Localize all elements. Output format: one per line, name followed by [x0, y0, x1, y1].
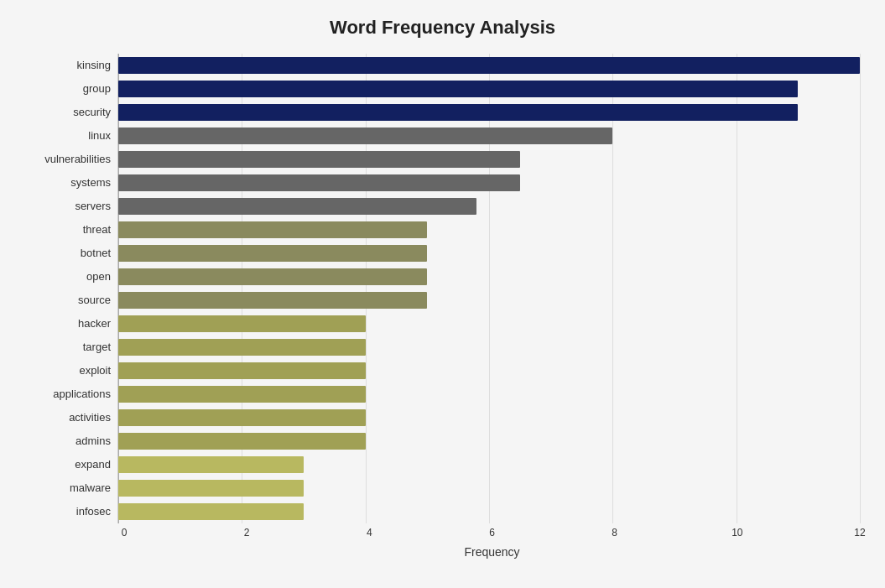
- bar: [118, 268, 427, 285]
- bar: [118, 81, 798, 97]
- bar: [118, 127, 612, 144]
- x-tick: 4: [367, 527, 372, 539]
- bar: [118, 151, 520, 168]
- y-label: security: [73, 101, 111, 124]
- x-tick: 12: [854, 527, 865, 539]
- bar-row: [118, 336, 860, 359]
- chart-area: kinsinggroupsecuritylinuxvulnerabilities…: [25, 54, 860, 524]
- y-label: hacker: [78, 312, 111, 336]
- y-label: botnet: [81, 242, 111, 265]
- y-label: infosec: [76, 500, 111, 523]
- y-label: group: [83, 77, 111, 101]
- bar-row: [118, 453, 860, 476]
- bar: [118, 433, 366, 450]
- chart-title: Word Frequency Analysis: [25, 17, 860, 39]
- bar-row: [118, 429, 860, 453]
- bar-row: [118, 265, 860, 289]
- bar-row: [118, 382, 860, 406]
- bar-row: [118, 476, 860, 500]
- bar-row: [118, 124, 860, 148]
- y-label: open: [86, 265, 111, 289]
- y-label: threat: [83, 218, 111, 242]
- bar: [118, 292, 427, 309]
- bar-row: [118, 242, 860, 265]
- bar: [118, 57, 860, 74]
- bar: [118, 456, 304, 473]
- bar-row: [118, 359, 860, 382]
- bar-row: [118, 195, 860, 218]
- bar: [118, 198, 476, 215]
- y-axis: kinsinggroupsecuritylinuxvulnerabilities…: [25, 54, 117, 523]
- bar: [118, 362, 366, 379]
- grid-line: [860, 54, 861, 523]
- bar: [118, 174, 520, 191]
- bar: [118, 480, 304, 497]
- bar: [118, 386, 366, 403]
- bar-row: [118, 218, 860, 242]
- bar-row: [118, 289, 860, 312]
- y-label: malware: [70, 476, 111, 500]
- bar-row: [118, 77, 860, 101]
- x-tick: 10: [731, 527, 742, 539]
- bars-plot: [117, 54, 860, 523]
- bar: [118, 339, 366, 356]
- y-label: vulnerabilities: [44, 148, 111, 171]
- x-axis-label: Frequency: [124, 545, 860, 559]
- bar-row: [118, 312, 860, 336]
- y-label: source: [78, 289, 111, 312]
- y-label: kinsing: [77, 54, 111, 77]
- bars-section: kinsinggroupsecuritylinuxvulnerabilities…: [25, 54, 860, 523]
- bar: [118, 503, 304, 520]
- y-label: systems: [70, 171, 111, 195]
- y-label: activities: [69, 406, 111, 429]
- bar-row: [118, 101, 860, 124]
- y-label: exploit: [79, 359, 111, 382]
- bar-row: [118, 148, 860, 171]
- chart-container: Word Frequency Analysis kinsinggroupsecu…: [0, 0, 885, 588]
- y-label: servers: [75, 195, 111, 218]
- bar-row: [118, 500, 860, 523]
- y-label: target: [83, 336, 111, 359]
- bar: [118, 315, 366, 332]
- bar-row: [118, 171, 860, 195]
- y-label: expand: [75, 453, 111, 476]
- bar: [118, 409, 366, 426]
- bar: [118, 245, 427, 262]
- y-label: admins: [75, 429, 111, 453]
- y-label: applications: [53, 382, 111, 406]
- bar-row: [118, 54, 860, 77]
- bar-row: [118, 406, 860, 429]
- x-tick: 6: [489, 527, 495, 539]
- x-tick: 8: [612, 527, 617, 539]
- x-tick: 2: [244, 527, 250, 539]
- bar: [118, 104, 798, 121]
- y-label: linux: [88, 124, 111, 148]
- x-tick: 0: [122, 527, 128, 539]
- bar: [118, 221, 427, 238]
